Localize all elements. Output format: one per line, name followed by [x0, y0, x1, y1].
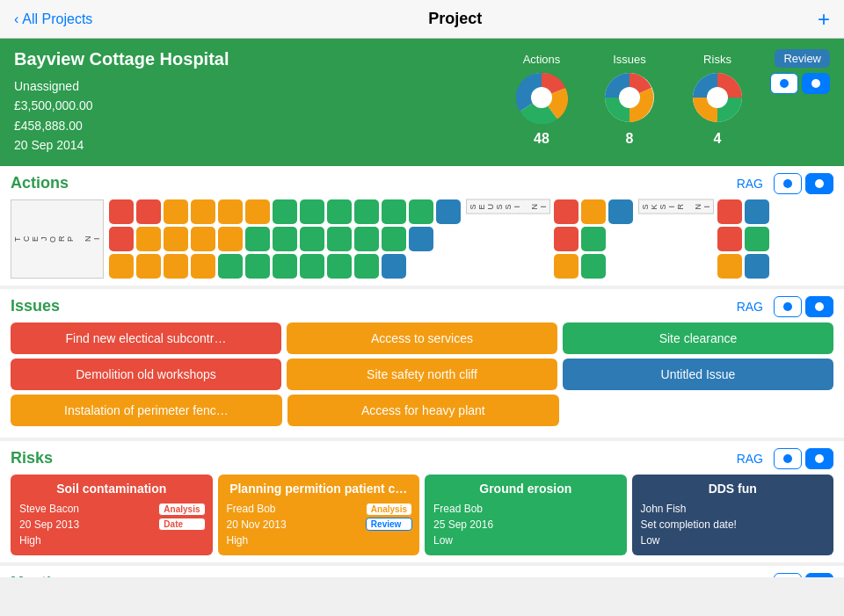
- issue-dot[interactable]: [554, 199, 578, 224]
- meetings-toggle-dot[interactable]: [774, 573, 802, 577]
- action-dot[interactable]: [382, 254, 406, 279]
- action-dot[interactable]: [436, 199, 461, 224]
- review-button[interactable]: Review: [775, 49, 830, 68]
- action-dot[interactable]: [327, 199, 352, 224]
- meetings-title: Meetings: [11, 574, 79, 577]
- risks-toggle-dot[interactable]: [774, 448, 802, 469]
- risk-dot[interactable]: [745, 254, 769, 279]
- back-button[interactable]: ‹ All Projects: [14, 11, 92, 27]
- risk-date-4: Set completion date!: [641, 517, 826, 533]
- issue-card-6[interactable]: Untitled Issue: [563, 359, 833, 390]
- risk-badges-1: Analysis Date: [158, 503, 205, 531]
- issues-row-3: Instalation of perimeter fenc… Access fo…: [11, 395, 833, 426]
- issue-dot[interactable]: [608, 199, 633, 224]
- issue-card-8[interactable]: Access for heavy plant: [287, 395, 559, 426]
- issues-toggle-dot[interactable]: [774, 296, 802, 317]
- risk-dot[interactable]: [745, 199, 769, 224]
- stat-issues: Issues 8: [603, 53, 656, 147]
- toggle-dot-btn[interactable]: [770, 73, 798, 94]
- risk-title-1: Soil contamination: [19, 482, 204, 496]
- risk-card-1[interactable]: Soil contamination Steve Bacon 20 Sep 20…: [11, 475, 213, 555]
- issue-card-7[interactable]: Instalation of perimeter fenc…: [11, 395, 282, 426]
- issue-dot[interactable]: [554, 254, 578, 279]
- action-dot[interactable]: [382, 227, 406, 251]
- issue-card-3[interactable]: Site clearance: [563, 322, 833, 354]
- action-dot[interactable]: [245, 254, 270, 279]
- action-dot[interactable]: [136, 227, 161, 251]
- issues-dots-rows: [554, 199, 633, 279]
- actions-stat-label: Actions: [515, 53, 568, 66]
- action-dot[interactable]: [218, 199, 243, 224]
- risk-card-2[interactable]: Planning permition patient c… Fread Bob …: [218, 475, 420, 555]
- meetings-section: Meetings Discuss changes with client Pos…: [0, 566, 844, 577]
- action-dot[interactable]: [136, 199, 161, 224]
- action-dot[interactable]: [164, 199, 188, 224]
- risk-person-3: Fread Bob: [433, 501, 618, 517]
- actions-toggle-square[interactable]: [805, 173, 833, 194]
- action-dot[interactable]: [191, 227, 215, 251]
- meetings-toggle-square[interactable]: [805, 573, 833, 577]
- issue-card-4[interactable]: Demolition old workshops: [11, 359, 281, 390]
- action-dot[interactable]: [218, 254, 243, 279]
- action-dot[interactable]: [354, 254, 379, 279]
- issues-pie-chart: [603, 71, 656, 124]
- action-dot[interactable]: [109, 254, 134, 279]
- stat-actions: Actions 48: [515, 53, 568, 147]
- action-dot[interactable]: [109, 199, 134, 224]
- header-right: Review: [770, 49, 830, 94]
- risks-rag-label: RAG: [737, 452, 763, 466]
- issue-card-2[interactable]: Access to services: [287, 322, 557, 354]
- action-dot[interactable]: [300, 227, 324, 251]
- risks-toggle-square[interactable]: [805, 448, 833, 469]
- issue-dot[interactable]: [581, 254, 606, 279]
- toggle-square-btn[interactable]: [802, 73, 830, 94]
- actions-toggle-dot[interactable]: [774, 173, 802, 194]
- action-dot[interactable]: [109, 227, 134, 251]
- action-dot[interactable]: [273, 227, 297, 251]
- action-dot[interactable]: [327, 227, 352, 251]
- action-dot[interactable]: [273, 254, 297, 279]
- action-dot[interactable]: [191, 254, 215, 279]
- action-dot[interactable]: [191, 199, 215, 224]
- action-dot[interactable]: [409, 199, 433, 224]
- issue-card-5[interactable]: Site safety north cliff: [287, 359, 557, 390]
- risk-dot[interactable]: [717, 227, 742, 251]
- risk-title-4: DDS fun: [641, 482, 826, 496]
- issue-dot[interactable]: [581, 227, 606, 251]
- actions-row-3: [109, 254, 461, 279]
- risk-card-4[interactable]: DDS fun John Fish Set completion date! L…: [632, 475, 834, 555]
- action-dot[interactable]: [354, 199, 379, 224]
- risk-title-3: Ground erosion: [433, 482, 618, 496]
- action-dot[interactable]: [300, 254, 324, 279]
- issue-card-1[interactable]: Find new electical subcontr…: [11, 322, 281, 354]
- action-dot[interactable]: [327, 254, 352, 279]
- project-header: Bayview Cottage Hospital Unassigned £3,5…: [0, 39, 844, 166]
- action-dot[interactable]: [300, 199, 324, 224]
- issues-stat-label: Issues: [603, 53, 656, 66]
- action-dot[interactable]: [136, 254, 161, 279]
- action-dot[interactable]: [245, 199, 270, 224]
- project-date: 20 Sep 2014: [14, 135, 489, 155]
- action-dot[interactable]: [164, 227, 188, 251]
- risks-row-2: [717, 227, 769, 251]
- risk-card-3[interactable]: Ground erosion Fread Bob 25 Sep 2016 Low: [425, 475, 627, 555]
- action-dot[interactable]: [409, 227, 433, 251]
- risk-dot[interactable]: [745, 227, 769, 251]
- action-dot[interactable]: [164, 254, 188, 279]
- risk-dot[interactable]: [717, 254, 742, 279]
- stats-container: Actions 48 Issues: [515, 49, 744, 147]
- action-dot[interactable]: [382, 199, 406, 224]
- risk-dot[interactable]: [717, 199, 742, 224]
- issues-toggle-square[interactable]: [805, 296, 833, 317]
- add-button[interactable]: +: [818, 7, 830, 32]
- issue-dot[interactable]: [581, 199, 606, 224]
- risk-person-4: John Fish: [641, 501, 826, 517]
- actions-section-header: Actions RAG: [11, 173, 833, 194]
- action-dot[interactable]: [218, 227, 243, 251]
- budget2: £458,888.00: [14, 119, 83, 133]
- risks-stat-value: 4: [691, 131, 744, 147]
- action-dot[interactable]: [245, 227, 270, 251]
- action-dot[interactable]: [354, 227, 379, 251]
- issue-dot[interactable]: [554, 227, 578, 251]
- action-dot[interactable]: [273, 199, 297, 224]
